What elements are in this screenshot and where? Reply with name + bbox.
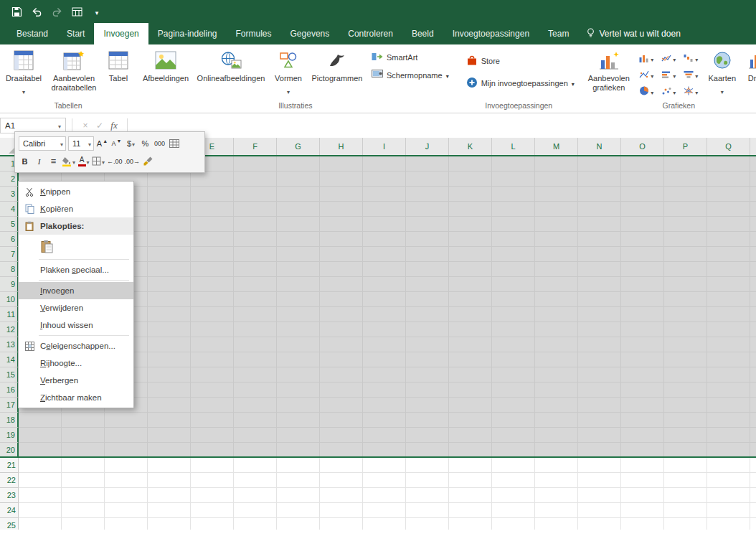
afbeeldingen-button[interactable]: Afbeeldingen — [138, 44, 194, 83]
scatter-line-chart-button[interactable] — [635, 66, 658, 83]
schermopname-button[interactable]: Schermopname — [372, 70, 449, 80]
save-icon[interactable] — [7, 3, 26, 20]
menu-item-celeigenschappen[interactable]: Celeigenschappen... — [19, 337, 133, 355]
cancel-icon[interactable]: × — [78, 121, 93, 131]
column-header-Q[interactable]: Q — [707, 138, 750, 155]
tab-team[interactable]: Team — [539, 23, 578, 44]
grow-font-button[interactable]: A▲ — [96, 136, 108, 151]
funnel-chart-button[interactable] — [680, 66, 702, 83]
paste-icon[interactable] — [38, 237, 55, 255]
row-header-10[interactable]: 10 — [0, 292, 19, 307]
pie-chart-button[interactable] — [635, 83, 658, 99]
font-size-select[interactable]: 11 — [68, 136, 94, 151]
row-header-11[interactable]: 11 — [0, 307, 19, 322]
aanbevolen-grafieken-button[interactable]: Aanbevolen grafieken — [585, 44, 633, 93]
column-header-H[interactable]: H — [320, 138, 363, 155]
format-painter-icon[interactable] — [142, 154, 154, 169]
tab-invoegtoepassingen[interactable]: Invoegtoepassingen — [443, 23, 539, 44]
bold-button[interactable]: B — [19, 154, 31, 169]
menu-item-verwijderen[interactable]: Verwijderen — [19, 299, 133, 316]
row-header-19[interactable]: 19 — [0, 428, 19, 443]
formula-input[interactable] — [133, 118, 756, 133]
row-header-3[interactable]: 3 — [0, 187, 19, 202]
menu-item-knippen[interactable]: Knippen — [19, 183, 133, 200]
column-header-K[interactable]: K — [449, 138, 492, 155]
menu-item-verbergen[interactable]: Verbergen — [19, 372, 133, 389]
draaigrafiek-button[interactable]: Draa — [740, 44, 756, 83]
column-header-F[interactable]: F — [234, 138, 277, 155]
pictogrammen-button[interactable]: Pictogrammen — [308, 44, 366, 83]
decrease-decimal-button[interactable]: .00→ — [125, 154, 141, 169]
column-header-P[interactable]: P — [664, 138, 707, 155]
enter-icon[interactable]: ✓ — [93, 121, 107, 131]
shrink-font-button[interactable]: A▼ — [110, 136, 123, 151]
store-button[interactable]: Store — [466, 55, 575, 67]
tab-beeld[interactable]: Beeld — [402, 23, 443, 44]
tab-bestand[interactable]: Bestand — [7, 23, 57, 44]
undo-icon[interactable] — [27, 3, 46, 20]
column-header-J[interactable]: J — [406, 138, 449, 155]
table-icon[interactable] — [67, 3, 86, 20]
qat-customize-icon[interactable] — [88, 3, 106, 20]
row-header-23[interactable]: 23 — [0, 488, 19, 503]
onlineafbeeldingen-button[interactable]: Onlineafbeeldingen — [194, 44, 268, 83]
menu-item-inhoud-wissen[interactable]: Inhoud wissen — [19, 316, 133, 334]
menu-item-zichtbaar-maken[interactable]: Zichtbaar maken — [19, 389, 133, 406]
row-header-8[interactable]: 8 — [0, 262, 19, 277]
column-header-I[interactable]: I — [363, 138, 406, 155]
insert-function-icon[interactable]: fx — [107, 120, 121, 131]
tell-me-box[interactable]: Vertel wat u wilt doen — [578, 23, 689, 44]
comma-format-button[interactable]: 000 — [153, 136, 166, 151]
align-center-button[interactable] — [47, 154, 60, 169]
font-name-select[interactable]: Calibri — [19, 136, 66, 151]
increase-decimal-button[interactable]: ←.00 — [107, 154, 123, 169]
scatter-chart-button[interactable] — [658, 83, 680, 99]
smartart-button[interactable]: SmartArt — [372, 52, 449, 63]
row-header-22[interactable]: 22 — [0, 473, 19, 488]
menu-item-kopi-ren[interactable]: Kopiëren — [19, 200, 133, 217]
borders-button[interactable] — [92, 154, 105, 169]
menu-item-rijhoogte[interactable]: Rijhoogte... — [19, 355, 133, 372]
currency-format-button[interactable]: $ — [125, 136, 137, 151]
row-header-18[interactable]: 18 — [0, 413, 19, 428]
row-header-16[interactable]: 16 — [0, 382, 19, 398]
column-header-M[interactable]: M — [535, 138, 578, 155]
redo-icon[interactable] — [47, 3, 66, 20]
waterfall-chart-button[interactable] — [680, 50, 702, 66]
tab-controleren[interactable]: Controleren — [339, 23, 402, 44]
menu-item-plakopties[interactable]: Plakopties: — [19, 217, 133, 235]
row-header-13[interactable]: 13 — [0, 337, 19, 352]
row-header-4[interactable]: 4 — [0, 202, 19, 217]
radar-chart-button[interactable] — [680, 83, 702, 99]
tab-pagina-indeling[interactable]: Pagina-indeling — [148, 23, 227, 44]
column-header-N[interactable]: N — [578, 138, 621, 155]
format-table-icon[interactable] — [168, 136, 180, 151]
row-header-17[interactable]: 17 — [0, 398, 19, 413]
row-header-20[interactable]: 20 — [0, 443, 19, 458]
column-header-G[interactable]: G — [277, 138, 320, 155]
tab-start[interactable]: Start — [57, 23, 94, 44]
font-color-button[interactable]: A — [77, 154, 90, 169]
row-header-2[interactable]: 2 — [0, 172, 19, 187]
percent-format-button[interactable]: % — [139, 136, 151, 151]
draaitabel-button[interactable]: Draaitabel — [1, 44, 46, 97]
row-header-25[interactable]: 25 — [0, 518, 19, 530]
italic-button[interactable]: I — [33, 154, 45, 169]
row-header-12[interactable]: 12 — [0, 322, 19, 337]
column-header-L[interactable]: L — [492, 138, 535, 155]
menu-item-plakken-speciaal[interactable]: Plakken speciaal... — [19, 261, 133, 278]
row-header-15[interactable]: 15 — [0, 367, 19, 382]
mijn-invoegtoepassingen-button[interactable]: Mijn invoegtoepassingen — [466, 77, 575, 90]
line-chart-button[interactable] — [658, 50, 680, 66]
tabel-button[interactable]: Tabel — [102, 44, 135, 83]
aanbevolen-draaitabellen-button[interactable]: Aanbevolen draaitabellen — [46, 44, 102, 93]
column-header-O[interactable]: O — [621, 138, 664, 155]
tab-gegevens[interactable]: Gegevens — [281, 23, 339, 44]
column-chart-button[interactable] — [635, 50, 658, 66]
fill-color-button[interactable] — [62, 154, 75, 169]
row-header-7[interactable]: 7 — [0, 247, 19, 262]
bar-chart-button[interactable] — [658, 66, 680, 83]
menu-item-invoegen[interactable]: Invoegen — [19, 282, 133, 299]
kaarten-button[interactable]: Kaarten — [704, 44, 740, 97]
row-header-5[interactable]: 5 — [0, 217, 19, 232]
